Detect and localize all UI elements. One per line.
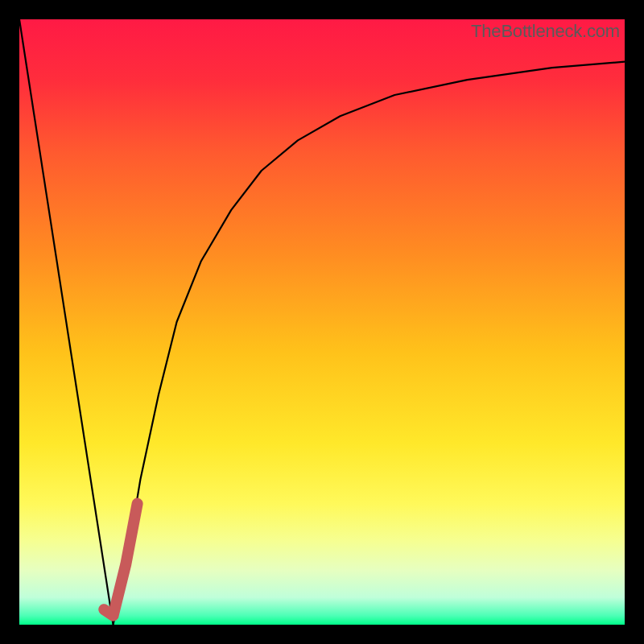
plot-area: TheBottleneck.com [19,19,625,625]
curve-layer [19,19,625,625]
watermark-text: TheBottleneck.com [471,21,620,42]
chart-frame: TheBottleneck.com [0,0,644,644]
